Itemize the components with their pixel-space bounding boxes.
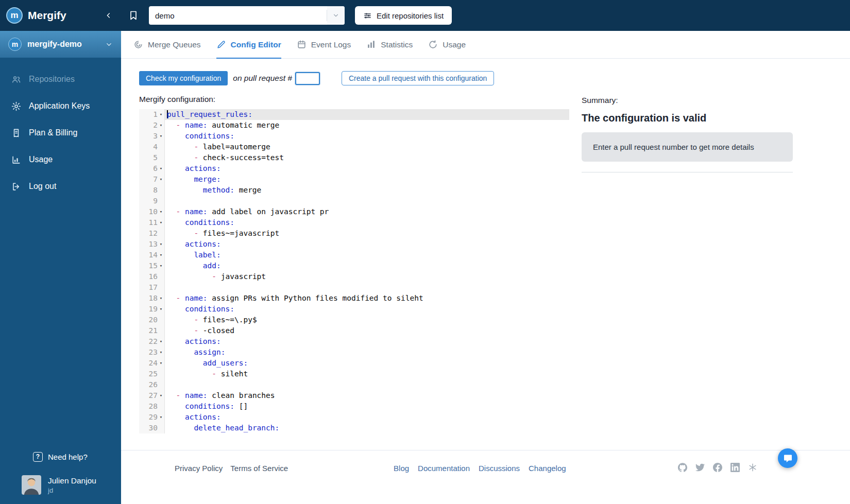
code-line[interactable]: 24▾ add_users: bbox=[139, 358, 569, 369]
code-line[interactable]: 9 bbox=[139, 196, 569, 206]
footer-slack-link[interactable] bbox=[748, 463, 757, 474]
line-number: 5 bbox=[139, 152, 158, 163]
footer-link-documentation[interactable]: Documentation bbox=[418, 464, 470, 473]
fold-marker[interactable]: ▾ bbox=[158, 390, 164, 401]
code-line[interactable]: 8 method: merge bbox=[139, 185, 569, 196]
code-line[interactable]: 6▾ actions: bbox=[139, 163, 569, 174]
summary-hint: Enter a pull request number to get more … bbox=[582, 132, 793, 162]
bookmark-icon[interactable] bbox=[128, 10, 139, 21]
line-number: 17 bbox=[139, 282, 158, 293]
fold-marker[interactable]: ▾ bbox=[158, 412, 164, 423]
repository-select-input[interactable] bbox=[149, 11, 327, 20]
bar-chart-icon bbox=[366, 40, 376, 49]
fold-marker[interactable]: ▾ bbox=[158, 163, 164, 174]
fold-marker[interactable]: ▾ bbox=[158, 109, 164, 120]
org-switcher[interactable]: m mergify-demo bbox=[0, 31, 121, 58]
fold-marker[interactable]: ▾ bbox=[158, 336, 164, 347]
code-line[interactable]: 12 - files~=javascript bbox=[139, 228, 569, 239]
code-line[interactable]: 15▾ add: bbox=[139, 260, 569, 271]
code-line[interactable]: 10▾ - name: add label on javascript pr bbox=[139, 206, 569, 217]
footer-site-links: BlogDocumentationDiscussionsChangelog bbox=[394, 464, 566, 473]
check-configuration-button[interactable]: Check my configuration bbox=[139, 71, 228, 85]
code-line[interactable]: 26 bbox=[139, 379, 569, 390]
code-text: conditions: bbox=[165, 304, 569, 315]
code-line[interactable]: 22▾ actions: bbox=[139, 336, 569, 347]
fold-marker[interactable]: ▾ bbox=[158, 260, 164, 271]
need-help-button[interactable]: ? Need help? bbox=[0, 447, 121, 466]
intercom-launcher-button[interactable] bbox=[778, 448, 797, 468]
code-line[interactable]: 23▾ assign: bbox=[139, 347, 569, 358]
code-line[interactable]: 29▾ actions: bbox=[139, 412, 569, 423]
repository-select-toggle[interactable] bbox=[327, 6, 345, 25]
fold-marker[interactable]: ▾ bbox=[158, 358, 164, 369]
code-text bbox=[165, 282, 569, 293]
fold-marker[interactable]: ▾ bbox=[158, 206, 164, 217]
fold-marker[interactable]: ▾ bbox=[158, 131, 164, 142]
code-line[interactable]: 2▾ - name: automatic merge bbox=[139, 120, 569, 131]
fold-marker[interactable]: ▾ bbox=[158, 347, 164, 358]
tab-label: Event Logs bbox=[311, 40, 351, 49]
line-gutter: 6▾ bbox=[139, 163, 165, 174]
code-line[interactable]: 1▾pull_request_rules: bbox=[139, 109, 569, 120]
code-line[interactable]: 21 - -closed bbox=[139, 325, 569, 336]
tab-event-logs[interactable]: Event Logs bbox=[297, 31, 351, 58]
code-line[interactable]: 16 - javascript bbox=[139, 271, 569, 282]
create-pull-request-button[interactable]: Create a pull request with this configur… bbox=[342, 71, 494, 85]
tab-label: Usage bbox=[443, 40, 466, 49]
sidebar-item-log-out[interactable]: Log out bbox=[0, 173, 121, 200]
footer-github-link[interactable] bbox=[678, 463, 687, 474]
code-line[interactable]: 7▾ merge: bbox=[139, 174, 569, 185]
footer-facebook-link[interactable] bbox=[713, 463, 722, 474]
code-text: actions: bbox=[165, 239, 569, 250]
pr-number-input[interactable] bbox=[295, 72, 320, 85]
footer-twitter-link[interactable] bbox=[695, 463, 705, 474]
sidebar-item-usage[interactable]: Usage bbox=[0, 146, 121, 173]
repository-select[interactable] bbox=[149, 6, 345, 25]
code-line[interactable]: 18▾ - name: assign PRs with Python files… bbox=[139, 293, 569, 304]
fold-marker[interactable]: ▾ bbox=[158, 239, 164, 250]
code-line[interactable]: 30 delete_head_branch: bbox=[139, 423, 569, 433]
user-menu[interactable]: Julien Danjou jd bbox=[0, 472, 121, 504]
tab-statistics[interactable]: Statistics bbox=[366, 31, 413, 58]
line-gutter: 9 bbox=[139, 196, 165, 206]
fold-marker[interactable]: ▾ bbox=[158, 304, 164, 315]
code-line[interactable]: 19▾ conditions: bbox=[139, 304, 569, 315]
sidebar-collapse-button[interactable] bbox=[105, 11, 113, 20]
footer-linkedin-link[interactable] bbox=[730, 463, 740, 474]
fold-marker[interactable]: ▾ bbox=[158, 120, 164, 131]
code-line[interactable]: 5 - check-success=test bbox=[139, 152, 569, 163]
footer-link-terms-of-service[interactable]: Terms of Service bbox=[230, 464, 288, 473]
line-gutter: 3▾ bbox=[139, 131, 165, 142]
brand-area: m Mergify bbox=[0, 0, 121, 31]
tab-merge-queues[interactable]: Merge Queues bbox=[133, 31, 201, 58]
sidebar-item-application-keys[interactable]: Application Keys bbox=[0, 93, 121, 119]
code-line[interactable]: 14▾ label: bbox=[139, 250, 569, 260]
line-number: 19 bbox=[139, 304, 158, 315]
code-line[interactable]: 20 - files~=\.py$ bbox=[139, 315, 569, 325]
footer-link-discussions[interactable]: Discussions bbox=[479, 464, 520, 473]
code-line[interactable]: 28 conditions: [] bbox=[139, 401, 569, 412]
footer-link-blog[interactable]: Blog bbox=[394, 464, 409, 473]
fold-marker[interactable]: ▾ bbox=[158, 250, 164, 260]
fold-marker[interactable]: ▾ bbox=[158, 293, 164, 304]
code-line[interactable]: 4 - label=automerge bbox=[139, 142, 569, 152]
line-gutter: 1▾ bbox=[139, 109, 165, 120]
logout-icon bbox=[11, 182, 21, 192]
tab-usage[interactable]: Usage bbox=[428, 31, 466, 58]
code-line[interactable]: 3▾ conditions: bbox=[139, 131, 569, 142]
tab-config-editor[interactable]: Config Editor bbox=[216, 31, 281, 58]
config-editor[interactable]: 1▾pull_request_rules:2▾ - name: automati… bbox=[139, 109, 569, 433]
fold-marker[interactable]: ▾ bbox=[158, 217, 164, 228]
tab-label: Config Editor bbox=[231, 40, 281, 49]
code-line[interactable]: 25 - sileht bbox=[139, 369, 569, 379]
edit-repositories-button[interactable]: Edit repositories list bbox=[355, 6, 452, 25]
fold-marker[interactable]: ▾ bbox=[158, 174, 164, 185]
footer-link-privacy-policy[interactable]: Privacy Policy bbox=[175, 464, 223, 473]
code-line[interactable]: 17 bbox=[139, 282, 569, 293]
code-line[interactable]: 13▾ actions: bbox=[139, 239, 569, 250]
sidebar-item-plan-billing[interactable]: Plan & Billing bbox=[0, 119, 121, 146]
code-line[interactable]: 11▾ conditions: bbox=[139, 217, 569, 228]
footer-link-changelog[interactable]: Changelog bbox=[529, 464, 566, 473]
sidebar-item-repositories[interactable]: Repositories bbox=[0, 66, 121, 93]
code-line[interactable]: 27▾ - name: clean branches bbox=[139, 390, 569, 401]
